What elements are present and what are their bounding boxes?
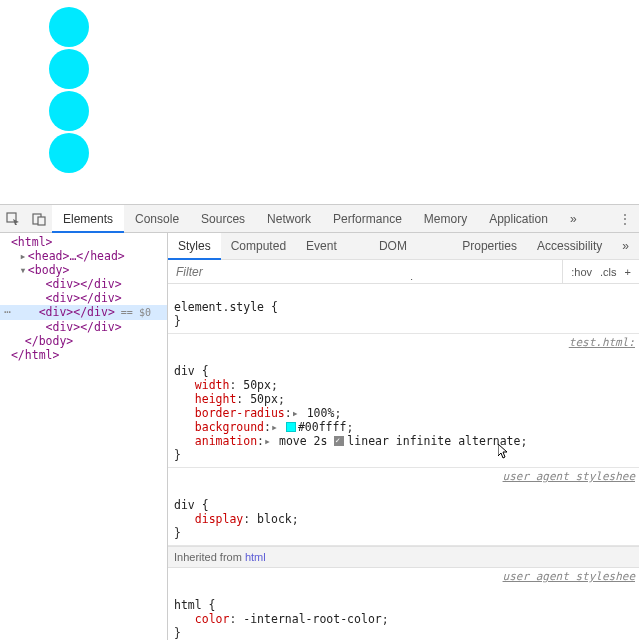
dom-node-div-selected[interactable]: ⋯ <div></div> == $0 [0,305,167,320]
inherited-from-header: Inherited from html [168,546,639,568]
styles-panel: Styles Computed Event Listeners DOM Brea… [168,233,639,640]
tab-network[interactable]: Network [256,205,322,233]
origin-label: user agent styleshee [503,570,635,584]
svg-rect-2 [38,217,45,225]
preview-circle [49,133,89,173]
subtab-accessibility[interactable]: Accessibility [527,233,612,260]
dom-node-div[interactable]: <div></div> [0,320,167,334]
dom-node-html-open[interactable]: <html> [0,235,167,249]
styles-filter-input[interactable] [168,265,562,279]
subtab-styles[interactable]: Styles [168,233,221,260]
style-rules: element.style { } test.html: div { width… [168,284,639,640]
tab-console[interactable]: Console [124,205,190,233]
subtab-computed[interactable]: Computed [221,233,296,260]
dom-node-body-open[interactable]: ▾<body> [0,263,167,277]
rule-div-ua[interactable]: user agent styleshee div { display: bloc… [168,468,639,546]
tab-elements[interactable]: Elements [52,205,124,233]
color-swatch[interactable] [286,422,296,432]
dom-tree-panel[interactable]: <html> ▸<head>…</head> ▾<body> <div></di… [0,233,168,640]
cls-toggle[interactable]: .cls [600,266,617,278]
dom-node-html-close[interactable]: </html> [0,348,167,362]
tab-memory[interactable]: Memory [413,205,478,233]
hov-toggle[interactable]: :hov [571,266,592,278]
tab-performance[interactable]: Performance [322,205,413,233]
devtools-menu-icon[interactable]: ⋮ [619,212,631,226]
dom-node-div[interactable]: <div></div> [0,277,167,291]
main-tab-strip: Elements Console Sources Network Perform… [0,205,639,233]
rule-div-author[interactable]: test.html: div { width: 50px; height: 50… [168,334,639,468]
bezier-icon[interactable] [334,436,344,446]
rule-html-ua[interactable]: user agent styleshee html { color: -inte… [168,568,639,640]
subtab-event-listeners[interactable]: Event Listeners [296,233,369,260]
dom-node-body-close[interactable]: </body> [0,334,167,348]
styles-filter-row: :hov .cls + [168,260,639,284]
preview-circle [49,7,89,47]
tab-application[interactable]: Application [478,205,559,233]
new-rule-button[interactable]: + [625,266,631,278]
inspect-icon[interactable] [0,212,26,226]
device-toggle-icon[interactable] [26,212,52,226]
dom-node-div[interactable]: <div></div> [0,291,167,305]
devtools: Elements Console Sources Network Perform… [0,204,639,640]
page-preview [0,0,639,204]
tab-more[interactable]: » [559,205,588,233]
preview-circle [49,49,89,89]
rule-element-style[interactable]: element.style { } [168,284,639,334]
styles-sub-tabs: Styles Computed Event Listeners DOM Brea… [168,233,639,260]
subtab-dom-breakpoints[interactable]: DOM Breakpoints [369,233,452,260]
origin-label: user agent styleshee [503,470,635,484]
dom-node-head[interactable]: ▸<head>…</head> [0,249,167,263]
source-link[interactable]: test.html: [569,336,635,350]
subtab-properties[interactable]: Properties [452,233,527,260]
subtab-more[interactable]: » [612,233,639,260]
tab-sources[interactable]: Sources [190,205,256,233]
preview-circle [49,91,89,131]
